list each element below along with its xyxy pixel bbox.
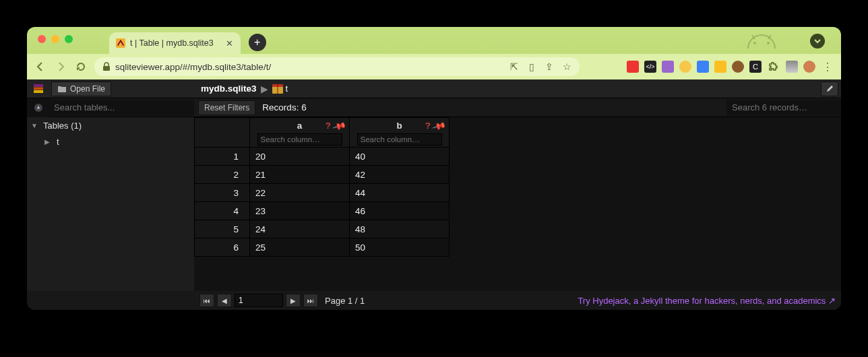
close-tab-button[interactable]: ✕ (226, 39, 234, 47)
browser-tab[interactable]: t | Table | mydb.sqlite3 ✕ (109, 32, 241, 54)
page-indicator: Page 1 / 1 (325, 296, 365, 306)
profile-avatar[interactable] (803, 61, 815, 73)
caret-right-icon: ▶ (44, 138, 53, 145)
header-row: a ? 📌 b ? 📌 (195, 118, 450, 148)
top-left-toolbar: Open File (27, 79, 194, 98)
search-records-input[interactable] (726, 100, 841, 116)
extensions-button[interactable] (767, 60, 780, 73)
new-tab-button[interactable]: + (249, 34, 266, 51)
column-name: b (396, 121, 402, 131)
cell[interactable]: 23 (250, 202, 350, 220)
browser-window: t | Table | mydb.sqlite3 ✕ + sqliteviewe… (27, 27, 841, 310)
nav-forward-button[interactable] (54, 60, 67, 73)
tabstrip: t | Table | mydb.sqlite3 ✕ + (27, 27, 841, 54)
pin-column-icon[interactable]: 📌 (332, 119, 347, 133)
table-tree-item[interactable]: ▶ t (27, 133, 194, 150)
next-page-button[interactable]: ▶ (286, 294, 301, 307)
open-file-button[interactable]: Open File (51, 82, 111, 96)
minimize-window-button[interactable] (51, 35, 59, 43)
breadcrumb-table[interactable]: t (286, 84, 288, 94)
extension-icon[interactable] (627, 61, 639, 73)
extension-icon[interactable] (697, 61, 709, 73)
extension-icon[interactable]: </> (644, 61, 656, 73)
table-row[interactable]: 22142 (195, 166, 450, 184)
row-number: 3 (195, 184, 250, 202)
table-row[interactable]: 32244 (195, 184, 450, 202)
breadcrumb-db[interactable]: mydb.sqlite3 (201, 84, 257, 94)
compass-icon (33, 102, 44, 113)
reader-icon[interactable]: ▯ (527, 61, 536, 72)
folder-open-icon (57, 85, 67, 93)
cell[interactable]: 20 (250, 148, 350, 166)
sidebar-search-input[interactable] (50, 100, 194, 116)
caret-down-icon: ▼ (31, 122, 39, 129)
reset-filters-button[interactable]: Reset Filters (198, 100, 255, 115)
breadcrumb: mydb.sqlite3 ▶ t (194, 79, 841, 98)
zoom-window-button[interactable] (65, 35, 73, 43)
extension-icon[interactable] (786, 61, 798, 73)
extension-icon[interactable] (662, 61, 674, 73)
table-row[interactable]: 12040 (195, 148, 450, 166)
close-window-button[interactable] (38, 35, 46, 43)
svg-rect-6 (34, 90, 43, 93)
open-file-label: Open File (70, 84, 105, 94)
first-page-button[interactable]: ⏮ (199, 294, 214, 307)
data-table: a ? 📌 b ? 📌 (194, 117, 450, 257)
cell[interactable]: 24 (250, 220, 350, 238)
edit-toggle-button[interactable] (821, 82, 838, 96)
column-header[interactable]: a ? 📌 (250, 118, 350, 148)
bookmark-icon[interactable]: ☆ (562, 61, 571, 72)
svg-rect-5 (103, 66, 110, 71)
cell[interactable]: 42 (350, 166, 450, 184)
last-page-button[interactable]: ⏭ (303, 294, 318, 307)
svg-rect-8 (34, 84, 43, 87)
cell[interactable]: 48 (350, 220, 450, 238)
extension-icon[interactable]: C (749, 61, 762, 73)
pin-column-icon[interactable]: 📌 (431, 119, 447, 133)
column-filter-input[interactable] (257, 133, 342, 145)
address-bar: sqliteviewer.app/#/mydb.sqlite3/table/t/… (27, 54, 841, 79)
install-app-icon[interactable]: ⇱ (509, 61, 519, 72)
extensions-area: </> C ⋮ (627, 60, 834, 73)
column-header[interactable]: b ? 📌 (350, 118, 450, 148)
page-input[interactable] (235, 294, 283, 307)
cell[interactable]: 44 (350, 184, 450, 202)
share-icon[interactable]: ⇪ (545, 61, 554, 72)
column-filter-input[interactable] (357, 133, 442, 145)
lock-icon (102, 62, 111, 71)
reload-button[interactable] (74, 60, 88, 73)
cell[interactable]: 25 (250, 238, 350, 257)
extension-icon[interactable] (732, 61, 744, 73)
cell[interactable]: 50 (350, 238, 450, 257)
tabs-dropdown-button[interactable] (810, 34, 825, 48)
extension-icon[interactable] (679, 61, 691, 73)
table-row[interactable]: 62550 (195, 238, 450, 257)
omnibox[interactable]: sqliteviewer.app/#/mydb.sqlite3/table/t/… (94, 57, 580, 76)
svg-rect-7 (34, 87, 43, 90)
tables-heading-row[interactable]: ▼ Tables (1) (27, 117, 194, 133)
nav-back-button[interactable] (34, 60, 47, 73)
prev-page-button[interactable]: ◀ (217, 294, 232, 307)
extension-icon[interactable] (714, 61, 726, 73)
table-row[interactable]: 42346 (195, 202, 450, 220)
cell[interactable]: 46 (350, 202, 450, 220)
tab-title: t | Table | mydb.sqlite3 (130, 38, 214, 48)
cell[interactable]: 21 (250, 166, 350, 184)
column-name: a (297, 121, 303, 131)
sidebar-search-icon-box (27, 98, 50, 117)
table-row[interactable]: 52448 (195, 220, 450, 238)
cell[interactable]: 22 (250, 184, 350, 202)
browser-menu-button[interactable]: ⋮ (821, 60, 834, 73)
row-number: 5 (195, 220, 250, 238)
type-unknown-icon[interactable]: ? (326, 121, 331, 131)
chevron-down-icon (813, 37, 822, 45)
sidebar-search-row (27, 98, 194, 117)
cell[interactable]: 40 (350, 148, 450, 166)
svg-point-2 (767, 42, 770, 44)
breadcrumb-separator: ▶ (261, 84, 268, 94)
promo-link[interactable]: Try Hydejack, a Jekyll theme for hackers… (578, 296, 836, 306)
row-number: 2 (195, 166, 250, 184)
svg-point-1 (753, 42, 756, 44)
app: Open File mydb.sqlite3 ▶ t Reset Filters… (27, 79, 841, 310)
type-unknown-icon[interactable]: ? (425, 121, 431, 131)
